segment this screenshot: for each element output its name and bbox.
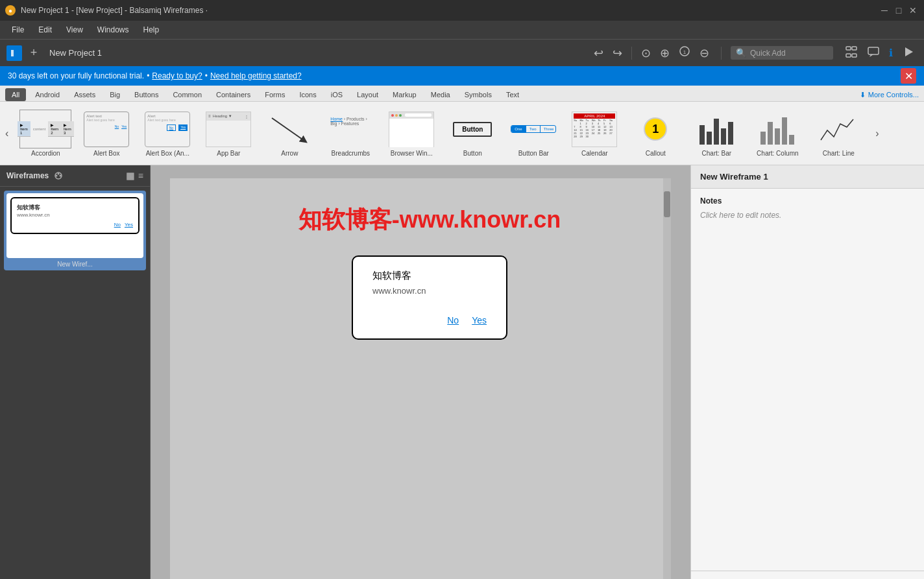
grid-view-icon[interactable]: ▦ bbox=[126, 171, 134, 181]
palette-tab-buttons[interactable]: Buttons bbox=[128, 88, 165, 101]
palette-tab-common[interactable]: Common bbox=[166, 88, 208, 101]
svg-rect-4 bbox=[846, 47, 851, 50]
quick-add-input[interactable] bbox=[750, 49, 828, 58]
palette-item-arrow[interactable]: Arrow bbox=[260, 107, 319, 160]
project-name-label: New Project 1 bbox=[49, 48, 102, 58]
menu-help[interactable]: Help bbox=[137, 23, 166, 37]
zoom-out-button[interactable]: ⊖ bbox=[697, 45, 712, 62]
palette-tab-containers[interactable]: Containers bbox=[210, 88, 257, 101]
svg-rect-1 bbox=[11, 50, 14, 56]
menu-windows[interactable]: Windows bbox=[91, 23, 136, 37]
fullscreen-button[interactable] bbox=[842, 43, 860, 64]
palette-tab-assets[interactable]: Assets bbox=[67, 88, 102, 101]
palette-tab-symbols[interactable]: Symbols bbox=[458, 88, 498, 101]
palette-item-appbar[interactable]: ≡ Heading ▼ ⋮ App Bar bbox=[199, 107, 258, 160]
callout-label: Callout bbox=[646, 150, 666, 157]
svg-line-12 bbox=[272, 118, 304, 141]
palette-item-chartbar[interactable]: Chart: Bar bbox=[687, 107, 746, 160]
logo-icon bbox=[10, 49, 19, 58]
palette-item-alertbox2[interactable]: Alert Alert text goes here No Yes Alert … bbox=[138, 107, 197, 160]
palette-item-alertbox[interactable]: Alert text Alert text goes here No Yes A… bbox=[77, 107, 136, 160]
palette-tab-layout[interactable]: Layout bbox=[350, 88, 385, 101]
svg-rect-7 bbox=[852, 54, 857, 57]
trial-close-button[interactable]: ✕ bbox=[901, 68, 916, 84]
notes-section: Notes Click here to edit notes. bbox=[691, 189, 924, 571]
ready-to-buy-link[interactable]: Ready to buy? bbox=[152, 71, 202, 80]
palette-tab-icons[interactable]: Icons bbox=[293, 88, 322, 101]
canvas-no-btn[interactable]: No bbox=[447, 315, 459, 325]
list-view-icon[interactable]: ≡ bbox=[138, 171, 143, 181]
palette-tab-ios[interactable]: iOS bbox=[324, 88, 349, 101]
palette-scroll-left[interactable]: ‹ bbox=[3, 128, 11, 139]
palette-tab-all[interactable]: All bbox=[5, 88, 26, 101]
menu-edit[interactable]: Edit bbox=[32, 23, 58, 37]
add-wireframe-button[interactable]: + bbox=[26, 45, 42, 61]
redo-button[interactable]: ↪ bbox=[610, 45, 625, 62]
comments-icon bbox=[867, 45, 880, 58]
wf-no-btn[interactable]: No bbox=[114, 222, 121, 228]
info-button[interactable]: ℹ bbox=[886, 44, 895, 62]
sidebar-wireframe-list: 知软博客 www.knowr.cn No Yes New Wiref... bbox=[0, 187, 150, 579]
palette-tab-big[interactable]: Big bbox=[103, 88, 127, 101]
zoom-100-button[interactable]: 1 bbox=[676, 44, 693, 62]
canvas-alert-buttons: No Yes bbox=[372, 315, 487, 325]
comments-button[interactable] bbox=[864, 43, 882, 64]
callout-preview: 1 bbox=[629, 110, 681, 148]
component-palette: All Android Assets Big Buttons Common Co… bbox=[0, 86, 924, 165]
canvas-alert-box[interactable]: 知软博客 www.knowr.cn No Yes bbox=[352, 255, 507, 340]
present-button[interactable] bbox=[899, 43, 918, 64]
chartline-preview bbox=[812, 110, 864, 148]
wf-yes-btn[interactable]: Yes bbox=[125, 222, 133, 228]
palette-item-browserwin[interactable]: Browser Win... bbox=[382, 107, 441, 160]
more-controls-button[interactable]: ⬇ More Controls... bbox=[860, 91, 919, 99]
right-panel: New Wireframe 1 Notes Click here to edit… bbox=[690, 165, 924, 579]
palette-item-accordion[interactable]: ▶ Item 1 content ▶ Item 2 ▶ Item 3 Accor… bbox=[16, 107, 75, 160]
sidebar: Wireframes ▦ ≡ 知软博客 www.knowr.cn bbox=[0, 165, 151, 579]
palette-item-chartline[interactable]: Chart: Line bbox=[809, 107, 868, 160]
menu-file[interactable]: File bbox=[5, 23, 30, 37]
close-button[interactable]: ✕ bbox=[907, 5, 919, 16]
palette-item-callout[interactable]: 1 Callout bbox=[626, 107, 685, 160]
palette-item-chartcol[interactable]: Chart: Column bbox=[748, 107, 807, 160]
zoom-fit-button[interactable]: ⊙ bbox=[638, 45, 653, 62]
wireframe-thumbnail[interactable]: 知软博客 www.knowr.cn No Yes New Wiref... bbox=[4, 191, 146, 270]
need-help-link[interactable]: Need help getting started? bbox=[210, 71, 302, 80]
chartcol-preview bbox=[751, 110, 803, 148]
palette-tab-media[interactable]: Media bbox=[424, 88, 457, 101]
browserwin-label: Browser Win... bbox=[391, 150, 433, 157]
palette-item-button[interactable]: Button Button bbox=[443, 107, 502, 160]
canvas[interactable]: 知软博客-www.knowr.cn 知软博客 www.knowr.cn No Y… bbox=[170, 178, 671, 579]
palette-tab-forms[interactable]: Forms bbox=[258, 88, 291, 101]
accordion-preview: ▶ Item 1 content ▶ Item 2 ▶ Item 3 bbox=[19, 110, 71, 148]
canvas-yes-btn[interactable]: Yes bbox=[472, 315, 487, 325]
chartline-label: Chart: Line bbox=[823, 150, 855, 157]
window-controls: ─ □ ✕ bbox=[879, 5, 919, 16]
button-preview: Button bbox=[446, 110, 498, 148]
alertbox-preview: Alert text Alert text goes here No Yes bbox=[80, 110, 132, 148]
notes-placeholder[interactable]: Click here to edit notes. bbox=[700, 211, 915, 220]
undo-button[interactable]: ↩ bbox=[591, 45, 606, 62]
canvas-vscrollbar[interactable] bbox=[663, 178, 671, 579]
palette-items: ▶ Item 1 content ▶ Item 2 ▶ Item 3 Accor… bbox=[11, 102, 873, 165]
canvas-inner: 知软博客-www.knowr.cn 知软博客 www.knowr.cn No Y… bbox=[170, 178, 671, 567]
app-icon: ● bbox=[5, 5, 16, 16]
palette-tab-android[interactable]: Android bbox=[29, 88, 66, 101]
menu-view[interactable]: View bbox=[60, 23, 90, 37]
alertbox-label: Alert Box bbox=[93, 150, 120, 157]
palette-item-buttonbar[interactable]: One Two Three Button Bar bbox=[504, 107, 563, 160]
right-panel-header: New Wireframe 1 bbox=[691, 165, 924, 189]
zoom-in-button[interactable]: ⊕ bbox=[657, 45, 672, 62]
maximize-button[interactable]: □ bbox=[893, 5, 905, 16]
canvas-content: 知软博客-www.knowr.cn 知软博客 www.knowr.cn No Y… bbox=[170, 178, 671, 366]
calendar-label: Calendar bbox=[581, 150, 608, 157]
palette-item-calendar[interactable]: APRIL 2024 SuMoTuWeThFrSa 123456 7891011… bbox=[565, 107, 624, 160]
minimize-button[interactable]: ─ bbox=[879, 5, 890, 16]
window-title: New Project 1 - [New Project] - Balsamiq… bbox=[21, 6, 873, 15]
wireframe-name-label: New Wireframe 1 bbox=[700, 172, 768, 182]
wireframe-thumb-inner: 知软博客 www.knowr.cn No Yes bbox=[6, 193, 143, 258]
palette-item-breadcrumbs[interactable]: Home › Products › Big › Features Breadcr… bbox=[321, 107, 380, 160]
svg-rect-8 bbox=[868, 47, 879, 54]
palette-tab-markup[interactable]: Markup bbox=[386, 88, 423, 101]
palette-tab-text[interactable]: Text bbox=[500, 88, 526, 101]
palette-scroll-right[interactable]: › bbox=[873, 128, 881, 139]
